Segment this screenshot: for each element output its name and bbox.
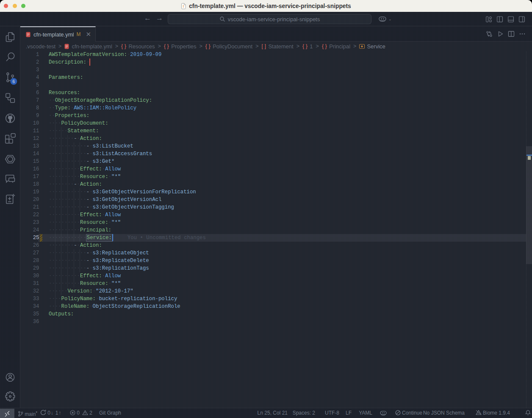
svg-text:!: !	[183, 4, 184, 8]
svg-text:6: 6	[13, 79, 15, 84]
